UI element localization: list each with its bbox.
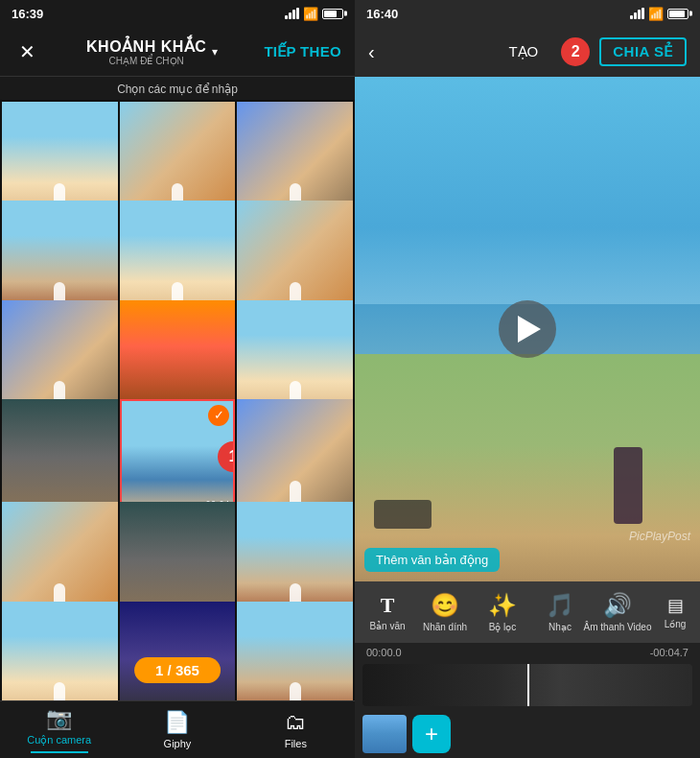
badge-1: 1: [218, 441, 235, 472]
timeline-bottom: +: [355, 710, 700, 758]
wifi-icon: 📶: [303, 7, 318, 21]
tab-giphy[interactable]: 📄 Giphy: [118, 710, 236, 749]
photo-cell[interactable]: [237, 602, 353, 700]
left-header-title: KHOẢNH KHẮC CHẠM ĐỂ CHỌN ▾: [86, 37, 218, 66]
photo-cell[interactable]: [120, 602, 236, 700]
right-time: 16:40: [366, 7, 398, 21]
tab-files-label: Files: [285, 738, 307, 749]
close-button[interactable]: ✕: [13, 40, 40, 63]
video-watermark: PicPlayPost: [629, 530, 690, 543]
tao-label: TẠO: [495, 27, 551, 77]
signal-icon: [285, 8, 299, 19]
left-status-bar: 16:39 📶: [0, 0, 355, 27]
video-preview: PicPlayPost Thêm văn bản động: [355, 77, 700, 581]
left-status-icons: 📶: [285, 7, 343, 21]
play-button[interactable]: [499, 300, 556, 358]
timeline-time-start: 00:00.0: [366, 647, 402, 658]
right-status-icons: 📶: [630, 7, 688, 21]
tool-ban-van-label: Bản văn: [369, 621, 405, 631]
select-hint: Chọn các mục để nhập: [0, 77, 355, 100]
files-icon: 🗂: [285, 710, 306, 735]
album-subtitle: CHẠM ĐỂ CHỌN: [86, 56, 206, 66]
tool-ban-van[interactable]: T Bản văn: [359, 589, 416, 635]
tool-nhan-dinh[interactable]: 😊 Nhãn dính: [416, 588, 474, 636]
timeline-cursor: [527, 664, 529, 706]
video-sky: [355, 77, 700, 329]
right-status-bar: 16:40 📶: [355, 0, 700, 27]
tab-files[interactable]: 🗂 Files: [237, 710, 355, 749]
left-time: 16:39: [12, 7, 43, 21]
left-bottom-tabs: 📷 Cuộn camera 📄 Giphy 🗂 Files: [0, 700, 355, 758]
tool-long-label: Lồng: [665, 619, 687, 629]
tools-bar: T Bản văn 😊 Nhãn dính ✨ Bộ lọc 🎵 Nhạc 🔊 …: [355, 581, 700, 643]
timeline-clip-thumb[interactable]: [362, 715, 407, 753]
left-panel: 16:39 📶 ✕ KHOẢNH KHẮC CHẠM ĐỂ CHỌN ▾ TIẾ…: [0, 0, 355, 758]
tab-cuon-camera[interactable]: 📷 Cuộn camera: [0, 706, 118, 753]
play-icon: [518, 316, 541, 343]
tab-indicator: [31, 751, 88, 753]
timeline-area: 00:00.0 -00:04.7 +: [355, 643, 700, 758]
tool-nhac[interactable]: 🎵 Nhạc: [531, 588, 589, 636]
timeline-time-row: 00:00.0 -00:04.7: [355, 643, 700, 660]
chia-se-button[interactable]: CHIA SẺ: [599, 37, 687, 66]
tool-am-thanh-label: Âm thanh Video: [584, 622, 652, 632]
photo-cell[interactable]: [2, 602, 118, 700]
tab-cuon-camera-label: Cuộn camera: [27, 734, 91, 746]
filter-tool-icon: ✨: [488, 592, 517, 619]
check-badge: ✓: [208, 405, 229, 426]
giphy-icon: 📄: [164, 710, 190, 735]
timeline-time-end: -00:04.7: [650, 647, 688, 658]
long-tool-icon: ▤: [667, 595, 684, 616]
tool-bo-loc[interactable]: ✨ Bộ lọc: [474, 588, 531, 636]
photo-grid: ✓ 00:04 1 00:02 00:00: [0, 100, 355, 700]
right-header: ‹ TẠO 2 CHIA SẺ: [355, 27, 700, 77]
tool-am-thanh[interactable]: 🔊 Âm thanh Video: [589, 588, 646, 636]
text-tool-icon: T: [381, 593, 395, 618]
album-title: KHOẢNH KHẮC: [86, 38, 206, 55]
photo-cell-selected[interactable]: ✓ 00:04 1: [120, 399, 236, 515]
back-button[interactable]: ‹: [368, 41, 375, 63]
chevron-down-icon[interactable]: ▾: [212, 45, 218, 59]
tool-nhan-dinh-label: Nhãn dính: [423, 622, 467, 632]
tool-bo-loc-label: Bộ lọc: [489, 622, 517, 632]
tab-giphy-label: Giphy: [164, 738, 192, 749]
camera-icon: 📷: [46, 706, 72, 731]
tool-nhac-label: Nhạc: [548, 622, 572, 632]
tool-long[interactable]: ▤ Lồng: [646, 591, 700, 633]
right-wifi-icon: 📶: [648, 7, 664, 21]
right-signal-icon: [630, 8, 644, 19]
battery-icon: [322, 9, 343, 19]
right-battery-icon: [667, 9, 688, 19]
right-panel: 16:40 📶 ‹ TẠO 2 CHIA SẺ: [355, 0, 700, 758]
video-person-figure: [614, 447, 642, 524]
audio-tool-icon: 🔊: [603, 592, 632, 619]
next-button[interactable]: TIẾP THEO: [264, 43, 341, 60]
them-van-ban-button[interactable]: Thêm văn bản động: [364, 548, 500, 572]
video-background: PicPlayPost Thêm văn bản động: [355, 77, 700, 581]
video-motorbike: [374, 500, 432, 529]
left-header: ✕ KHOẢNH KHẮC CHẠM ĐỂ CHỌN ▾ TIẾP THEO: [0, 27, 355, 77]
timeline-track[interactable]: [362, 664, 692, 706]
count-bar: 1 / 365: [134, 657, 221, 683]
photo-cell[interactable]: 00:02: [237, 399, 353, 515]
music-tool-icon: 🎵: [546, 592, 574, 619]
badge-2: 2: [561, 37, 590, 66]
photo-cell[interactable]: [2, 399, 118, 515]
right-header-actions: TẠO 2 CHIA SẺ: [495, 27, 687, 77]
add-clip-button[interactable]: +: [412, 715, 451, 753]
sticker-tool-icon: 😊: [431, 592, 459, 619]
